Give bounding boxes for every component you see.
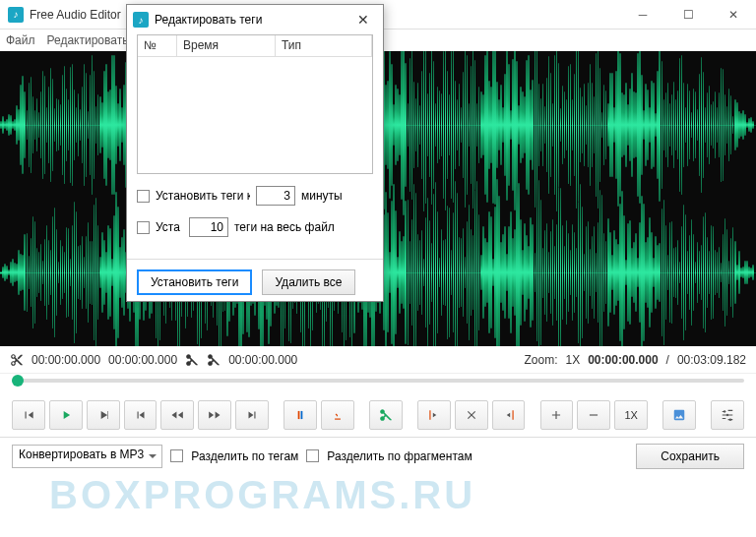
format-select[interactable]: Конвертировать в MP3 (12, 445, 162, 468)
set-every-label: Установить теги к (156, 189, 250, 203)
close-button[interactable]: ✕ (711, 0, 756, 30)
save-button-label: Сохранить (661, 449, 720, 463)
skip-start-button[interactable] (124, 400, 158, 430)
play-button[interactable] (49, 400, 83, 430)
split-fragments-label: Разделить по фрагментам (327, 449, 472, 463)
minutes-unit: минуты (301, 189, 343, 203)
forward-button[interactable] (198, 400, 231, 430)
set-count-label: Уста (156, 220, 183, 234)
delete-all-button-label: Удалить все (275, 275, 342, 289)
scissors-icon (185, 353, 199, 367)
set-every-checkbox[interactable] (137, 190, 150, 203)
maximize-button[interactable]: ☐ (665, 0, 711, 30)
rewind-button[interactable] (160, 400, 194, 430)
set-tags-button[interactable]: Установить теги (137, 269, 252, 295)
app-title: Free Audio Editor (30, 8, 121, 22)
col-type[interactable]: Тип (276, 35, 372, 56)
marker-down-button[interactable] (321, 400, 354, 430)
menu-edit[interactable]: Редактировать (47, 33, 129, 47)
app-icon: ♪ (133, 12, 149, 28)
transport-toolbar: 1X (0, 393, 756, 437)
menu-file[interactable]: Файл (6, 33, 35, 47)
delete-all-button[interactable]: Удалить все (262, 269, 354, 295)
trim-left-button[interactable] (417, 400, 451, 430)
split-tags-checkbox[interactable] (170, 449, 183, 462)
time-end: 00:00:00.000 (228, 353, 297, 367)
minimize-button[interactable]: ─ (620, 0, 665, 30)
delete-button[interactable] (455, 400, 488, 430)
count-input[interactable] (189, 217, 228, 237)
progress-bar[interactable] (0, 374, 756, 393)
dialog-close-button[interactable]: ✕ (349, 12, 377, 28)
zoom-level-button[interactable]: 1X (614, 400, 648, 430)
settings-button[interactable] (711, 400, 744, 430)
cut-button[interactable] (369, 400, 403, 430)
skip-end-button[interactable] (235, 400, 269, 430)
col-time[interactable]: Время (177, 35, 276, 56)
pause-marker-button[interactable] (284, 400, 317, 430)
minutes-input[interactable] (256, 186, 295, 206)
dialog-title-bar[interactable]: ♪ Редактировать теги ✕ (127, 5, 383, 34)
format-select-label: Конвертировать в MP3 (19, 448, 144, 461)
split-tags-label: Разделить по тегам (191, 449, 298, 463)
zoom-label: Zoom: (524, 353, 557, 367)
set-tags-button-label: Установить теги (151, 275, 238, 289)
time-duration: 00:03:09.182 (677, 353, 746, 367)
time-start: 00:00:00.000 (32, 353, 100, 367)
zoom-out-button[interactable] (577, 400, 610, 430)
time-sel: 00:00:00.000 (108, 353, 177, 367)
zoom-value: 1X (566, 353, 581, 367)
picture-button[interactable] (662, 400, 696, 430)
svg-point-2 (726, 414, 728, 416)
trim-right-button[interactable] (492, 400, 526, 430)
dialog-title: Редактировать теги (155, 13, 262, 27)
svg-point-0 (724, 410, 725, 412)
window-controls: ─ ☐ ✕ (620, 0, 756, 30)
time-sep: / (666, 353, 669, 367)
col-number[interactable]: № (138, 35, 177, 56)
zoom-in-button[interactable] (540, 400, 574, 430)
time-info-bar: 00:00:00.000 00:00:00.000 00:00:00.000 Z… (0, 346, 756, 374)
count-rest-label: теги на весь файл (234, 220, 335, 234)
edit-tags-dialog: ♪ Редактировать теги ✕ № Время Тип Устан… (126, 4, 384, 302)
set-count-checkbox[interactable] (137, 221, 150, 234)
scissors-icon (10, 353, 24, 367)
tags-grid[interactable]: № Время Тип (137, 34, 373, 174)
app-icon: ♪ (8, 7, 24, 23)
scissors-icon (207, 353, 220, 367)
save-button[interactable]: Сохранить (636, 444, 744, 469)
prev-button[interactable] (12, 400, 45, 430)
bottom-bar: Конвертировать в MP3 Разделить по тегам … (0, 437, 756, 474)
split-fragments-checkbox[interactable] (306, 449, 319, 462)
play-end-button[interactable] (87, 400, 120, 430)
progress-handle[interactable] (12, 375, 24, 387)
svg-point-1 (729, 419, 731, 421)
watermark: BOXPROGRAMS.RU (49, 473, 475, 517)
time-position: 00:00:00.000 (588, 353, 658, 367)
